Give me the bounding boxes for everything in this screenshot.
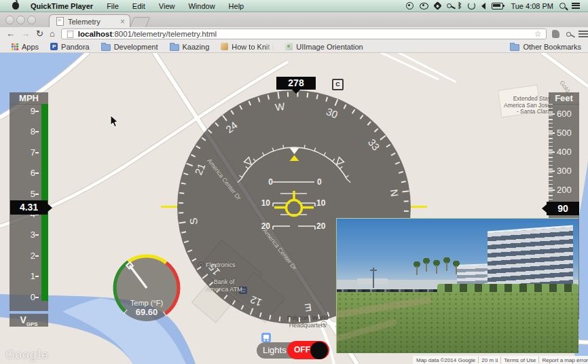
palm-tree <box>443 257 451 264</box>
tab-title: Telemetry <box>68 18 120 26</box>
new-tab-button[interactable] <box>130 17 150 28</box>
bookmark-label: Development <box>114 43 158 51</box>
bookmark-development-folder[interactable]: Development <box>98 43 158 51</box>
pinwheel-icon[interactable] <box>433 1 442 10</box>
bookmark-star-icon[interactable]: ☆ <box>534 30 542 38</box>
menu-window[interactable]: Window <box>188 2 215 10</box>
bookmarks-bar: Apps P Pandora Development Kaazing How t… <box>0 41 588 53</box>
video-grass-field <box>337 292 578 353</box>
palm-tree <box>452 261 460 268</box>
temperature-value: 69.60 <box>113 307 181 317</box>
volume-icon[interactable] <box>481 3 485 10</box>
spotlight-icon[interactable] <box>559 3 566 9</box>
bookmark-uiimage[interactable]: UIImage Orientation <box>282 43 363 51</box>
menu-edit[interactable]: Edit <box>132 2 145 10</box>
airplay-icon[interactable] <box>468 2 475 10</box>
uiimage-site-icon <box>285 43 293 50</box>
map-copyright: Map data ©2014 Google <box>416 357 475 363</box>
bluetooth-icon[interactable]: ᛒ <box>458 2 462 10</box>
record-icon[interactable] <box>406 2 414 10</box>
compass-point-12: 12 <box>242 292 269 311</box>
altitude-gauge-title: Feet <box>549 92 579 105</box>
battery-icon[interactable] <box>492 3 503 10</box>
other-bookmarks[interactable]: Other Bookmarks <box>507 43 581 51</box>
menu-app-name[interactable]: QuickTime Player <box>31 2 93 10</box>
map-attribution: Map data ©2014 Google 20 m Terms of Use … <box>413 356 588 364</box>
pitch-label-0-left: 0 <box>259 177 273 187</box>
report-map-error-link[interactable]: Report a map error <box>542 357 588 363</box>
map-scale-label: 20 m <box>481 357 494 363</box>
bookmark-kaazing-folder[interactable]: Kaazing <box>166 43 210 51</box>
menu-help[interactable]: Help <box>229 2 244 10</box>
url-bar[interactable]: localhost:8001/telemetry/telemetry.html … <box>61 29 547 39</box>
menu-clock[interactable]: Tue 4:08 PM <box>511 2 553 10</box>
other-bookmarks-label: Other Bookmarks <box>523 43 581 51</box>
evernote-extension-icon[interactable] <box>552 30 560 38</box>
menu-view[interactable]: View <box>159 2 175 10</box>
browser-tab-bar: Telemetry × <box>0 12 588 28</box>
bookmark-pandora[interactable]: P Pandora <box>47 43 90 51</box>
apple-menu-icon[interactable] <box>12 2 19 10</box>
compass-point-21: 21 <box>190 156 209 182</box>
lights-toggle-knob[interactable] <box>310 342 328 359</box>
screen: QuickTime Player File Edit View Window H… <box>0 0 588 364</box>
palm-tree <box>433 260 441 267</box>
google-watermark[interactable]: Google <box>5 348 48 361</box>
menu-status-area: ᛒ Tue 4:08 PM <box>406 2 588 10</box>
url-domain: localhost <box>78 30 112 38</box>
forward-button[interactable]: → <box>21 29 30 39</box>
compass-point-24: 24 <box>219 115 244 139</box>
palm-tree <box>413 261 421 268</box>
speed-value-tag: 4.31 <box>10 200 48 215</box>
key-icon[interactable] <box>447 3 452 8</box>
temperature-label: Temp (°F) <box>113 299 181 307</box>
bookmark-apps[interactable]: Apps <box>8 43 39 51</box>
speed-gauge-source: VGPS <box>10 314 48 327</box>
pandora-icon: P <box>50 43 58 50</box>
refresh-button[interactable]: ↻ <box>36 29 43 39</box>
bookmark-label: Apps <box>22 43 39 51</box>
window-zoom-button[interactable] <box>27 16 36 24</box>
url-path: :8001/telemetry/telemetry.html <box>112 30 217 38</box>
compass-point-N: N <box>388 180 402 206</box>
altitude-value-tag: 90 <box>547 202 579 215</box>
browser-tab[interactable]: Telemetry × <box>49 14 130 28</box>
back-button[interactable]: ← <box>6 29 15 39</box>
speed-gauge-title: MPH <box>10 92 48 105</box>
bookmark-label: Pandora <box>61 43 90 51</box>
compass-point-W: W <box>267 99 293 113</box>
palm-tree <box>422 258 430 265</box>
lights-state: OFF <box>294 341 310 359</box>
knit-site-icon <box>221 43 228 50</box>
home-button[interactable]: ⌂ <box>50 29 55 39</box>
compass-point-E: E <box>295 301 321 315</box>
apps-grid-icon <box>12 43 18 50</box>
notification-center-icon[interactable] <box>572 3 580 9</box>
pitch-label-10-right: 10 <box>316 198 330 208</box>
password-extension-icon[interactable] <box>566 32 571 37</box>
bookmark-label: Kaazing <box>183 43 210 51</box>
menu-file[interactable]: File <box>107 2 119 10</box>
browser-menu-icon[interactable] <box>578 31 588 37</box>
bookmark-label: UIImage Orientation <box>296 43 363 51</box>
window-close-button[interactable] <box>5 16 14 24</box>
pitch-label-20-left: 20 <box>257 221 270 231</box>
window-minimize-button[interactable] <box>16 16 25 24</box>
mouse-cursor <box>110 115 120 128</box>
bookmark-label: How to Knit | Knittin <box>232 43 274 51</box>
tab-close-icon[interactable]: × <box>120 17 125 26</box>
heading-value-tag: 278 <box>276 77 316 90</box>
compass-point-S: S <box>186 208 200 234</box>
url-page-icon <box>67 30 73 37</box>
pitch-label-10-left: 10 <box>257 198 270 208</box>
browser-toolbar: ← → ↻ ⌂ localhost:8001/telemetry/telemet… <box>0 27 588 41</box>
folder-icon <box>510 44 519 51</box>
tab-favicon <box>56 17 64 26</box>
bookmark-how-to-knit[interactable]: How to Knit | Knittin <box>217 43 274 51</box>
terms-of-use-link[interactable]: Terms of Use <box>504 357 536 363</box>
folder-icon <box>170 44 179 51</box>
folder-icon <box>101 44 111 51</box>
temperature-readout: Temp (°F) 69.60 <box>113 299 181 317</box>
camera-icon[interactable] <box>420 3 428 10</box>
compass-calibrate-button[interactable]: C <box>332 79 344 90</box>
